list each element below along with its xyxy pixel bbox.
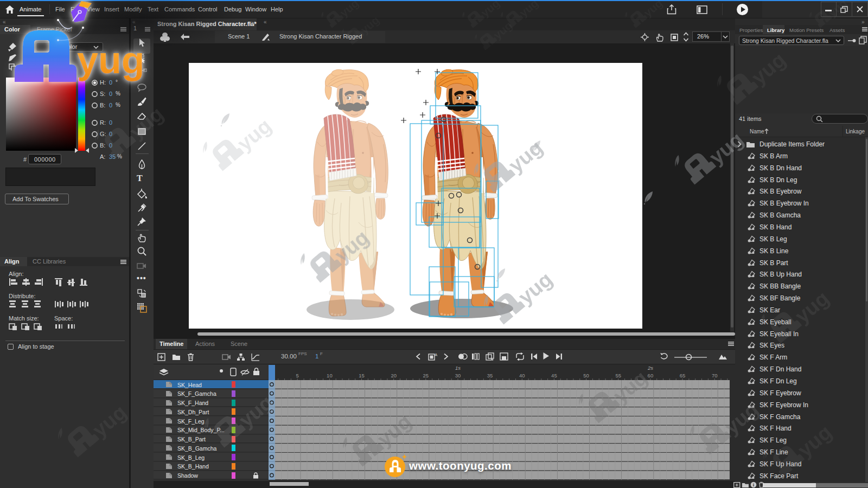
svg-text:45: 45 — [551, 373, 557, 378]
svg-text:20: 20 — [391, 373, 397, 378]
svg-text:A: A — [435, 352, 437, 357]
svg-text:10: 10 — [327, 373, 333, 378]
svg-text:yug: yug — [77, 39, 144, 81]
svg-text:65: 65 — [680, 373, 686, 378]
svg-text:25: 25 — [423, 373, 429, 378]
svg-text:5: 5 — [296, 373, 299, 378]
svg-text:30: 30 — [455, 373, 461, 378]
svg-text:15: 15 — [359, 373, 365, 378]
svg-text:50: 50 — [583, 373, 589, 378]
svg-text:1s: 1s — [455, 365, 461, 371]
svg-text:70: 70 — [712, 373, 718, 378]
svg-text:35: 35 — [487, 373, 493, 378]
svg-text:40: 40 — [519, 373, 525, 378]
